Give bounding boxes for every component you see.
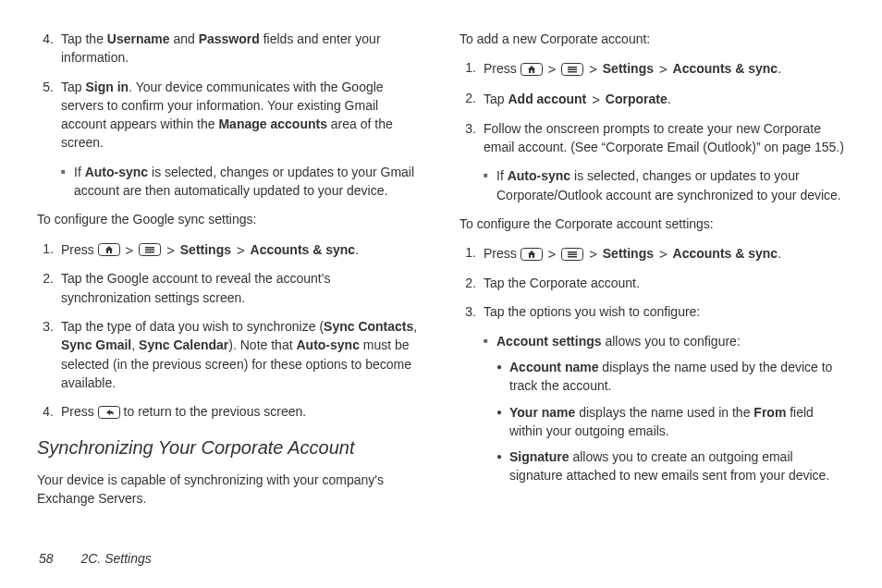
svg-rect-10 xyxy=(568,71,577,73)
step-text: Tap Sign in. Your device communicates wi… xyxy=(61,78,423,153)
gt-icon: > xyxy=(124,242,136,258)
svg-rect-15 xyxy=(568,256,577,258)
home-key-icon xyxy=(521,63,543,76)
gt-icon: > xyxy=(546,61,558,77)
configure-corporate-intro: To configure the Corporate account setti… xyxy=(459,214,845,233)
svg-rect-3 xyxy=(145,249,154,251)
sub-text: Account settings allows you to configure… xyxy=(496,332,845,350)
section-heading: Synchronizing Your Corporate Account xyxy=(37,435,423,461)
step-number: 3. xyxy=(37,317,61,392)
gt-icon: > xyxy=(587,61,599,77)
square-bullet-icon: ■ xyxy=(61,163,74,201)
sub-text: If Auto-sync is selected, changes or upd… xyxy=(496,166,845,204)
cstep-2: 2. Tap the Corporate account. xyxy=(459,274,845,292)
left-column: 4. Tap the Username and Password fields … xyxy=(37,30,423,508)
step-text: Tap the type of data you wish to synchro… xyxy=(61,317,423,392)
gt-icon: > xyxy=(165,242,177,258)
step-text: Tap the Google account to reveal the acc… xyxy=(61,269,423,307)
step-text: Follow the onscreen prompts to create yo… xyxy=(484,119,845,157)
cstep-3: 3. Tap the options you wish to configure… xyxy=(459,302,845,321)
square-bullet-icon: ■ xyxy=(484,166,496,204)
gt-icon: > xyxy=(590,92,602,107)
step-text: Tap the options you wish to configure: xyxy=(484,302,845,321)
step-text: Press > > Settings > Accounts & sync. xyxy=(484,58,845,79)
step-text: Tap the Corporate account. xyxy=(484,274,845,292)
dot-bullet-icon: ● xyxy=(496,403,509,441)
section-desc: Your device is capable of synchronizing … xyxy=(37,471,423,508)
step-number: 1. xyxy=(459,243,484,263)
dot-bullet-icon: ● xyxy=(496,447,509,485)
gt-icon: > xyxy=(657,61,669,77)
menu-key-icon xyxy=(561,248,583,261)
step-number: 2. xyxy=(37,269,61,307)
bullet-your-name: ● Your name displays the name used in th… xyxy=(496,403,845,441)
cstep-3-sub: ■ Account settings allows you to configu… xyxy=(484,332,845,485)
step-number: 2. xyxy=(459,89,484,109)
step-text: Tap the Username and Password fields and… xyxy=(61,30,423,67)
step-text: Press > > Settings > Accounts & sync. xyxy=(484,243,845,263)
bullet-signature: ● Signature allows you to create an outg… xyxy=(496,447,845,485)
astep-2: 2. Tap Add account > Corporate. xyxy=(459,89,845,109)
step-5: 5. Tap Sign in. Your device communicates… xyxy=(37,78,423,153)
step-5-sub: ■ If Auto-sync is selected, changes or u… xyxy=(61,163,423,201)
gstep-1: 1. Press > > Settings > Accounts & sync. xyxy=(37,239,423,260)
back-key-icon xyxy=(98,406,120,419)
menu-key-icon xyxy=(561,63,583,76)
step-text: Press > > Settings > Accounts & sync. xyxy=(61,239,423,260)
gt-icon: > xyxy=(235,242,247,258)
svg-rect-2 xyxy=(145,247,154,249)
bullet-account-name: ● Account name displays the name used by… xyxy=(496,358,845,396)
astep-1: 1. Press > > Settings > Accounts & sync. xyxy=(459,58,845,79)
gstep-3: 3. Tap the type of data you wish to sync… xyxy=(37,317,423,392)
step-number: 3. xyxy=(459,302,484,321)
add-corporate-intro: To add a new Corporate account: xyxy=(459,30,845,48)
svg-rect-14 xyxy=(568,253,577,255)
gstep-2: 2. Tap the Google account to reveal the … xyxy=(37,269,423,307)
step-4: 4. Tap the Username and Password fields … xyxy=(37,30,423,67)
astep-3: 3. Follow the onscreen prompts to create… xyxy=(459,119,845,157)
menu-key-icon xyxy=(139,243,161,256)
step-text: Tap Add account > Corporate. xyxy=(484,89,845,109)
sub-text: If Auto-sync is selected, changes or upd… xyxy=(74,163,423,201)
step-number: 4. xyxy=(37,402,61,421)
gt-icon: > xyxy=(587,246,599,262)
home-key-icon xyxy=(98,243,120,256)
home-key-icon xyxy=(521,248,543,261)
svg-rect-8 xyxy=(568,67,577,68)
svg-rect-9 xyxy=(568,68,577,70)
svg-rect-13 xyxy=(568,251,577,253)
step-number: 5. xyxy=(37,78,61,153)
step-number: 4. xyxy=(37,30,61,67)
google-sync-intro: To configure the Google sync settings: xyxy=(37,210,423,228)
page-content: 4. Tap the Username and Password fields … xyxy=(0,0,882,517)
svg-rect-4 xyxy=(145,251,154,253)
square-bullet-icon: ■ xyxy=(484,332,496,350)
step-number: 2. xyxy=(459,274,484,292)
page-footer: 58 2C. Settings xyxy=(39,549,152,568)
gt-icon: > xyxy=(546,246,558,262)
section-label: 2C. Settings xyxy=(80,551,151,566)
gstep-4: 4. Press to return to the previous scree… xyxy=(37,402,423,421)
dot-bullet-icon: ● xyxy=(496,358,509,396)
gt-icon: > xyxy=(657,246,669,262)
step-number: 1. xyxy=(459,58,484,79)
step-number: 1. xyxy=(37,239,61,260)
step-text: Press to return to the previous screen. xyxy=(61,402,423,421)
cstep-1: 1. Press > > Settings > Accounts & sync. xyxy=(459,243,845,263)
astep-3-sub: ■ If Auto-sync is selected, changes or u… xyxy=(484,166,845,204)
right-column: To add a new Corporate account: 1. Press… xyxy=(459,30,845,508)
step-number: 3. xyxy=(459,119,484,157)
page-number: 58 xyxy=(39,551,54,566)
